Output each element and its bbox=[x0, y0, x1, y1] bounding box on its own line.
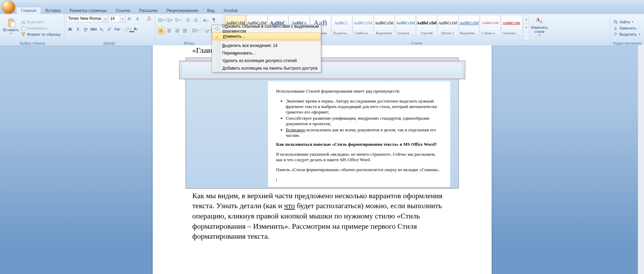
style-item[interactable]: AaBbCcDdВыделенн… bbox=[458, 15, 480, 36]
chevron-down-icon[interactable]: ▾ bbox=[120, 15, 125, 23]
subscript-button[interactable]: x2 bbox=[98, 25, 105, 33]
tab-главная[interactable]: Главная bbox=[16, 7, 41, 14]
tab-ссылки[interactable]: Ссылки bbox=[111, 7, 135, 14]
svg-point-13 bbox=[158, 21, 159, 22]
font-size-combo[interactable]: ▾ bbox=[109, 15, 125, 23]
gallery-scroll[interactable]: ▴ ▾ ⁝ bbox=[523, 15, 529, 41]
context-menu-item[interactable]: Переименовать… bbox=[212, 49, 321, 57]
style-item[interactable]: AaBbCcDdВыделение bbox=[374, 15, 395, 36]
show-marks-button[interactable]: ¶ bbox=[210, 16, 218, 24]
tab-acrobat[interactable]: Acrobat bbox=[219, 7, 242, 14]
style-context-menu[interactable]: Обновить Обычный в соответствии с выделе… bbox=[212, 25, 321, 72]
font-family-input[interactable] bbox=[66, 15, 103, 22]
body-text-2: Как мы видим, в верхней части предложено… bbox=[192, 191, 452, 241]
inner-p2: Панель «Стили форматирования» обычно рас… bbox=[276, 167, 442, 172]
bucket-icon bbox=[203, 28, 208, 33]
office-orb-button[interactable] bbox=[2, 1, 15, 14]
format-painter-button[interactable]: Формат по образцу bbox=[20, 32, 62, 37]
context-menu-item[interactable]: Выделить все вхождения: 14 bbox=[212, 42, 321, 49]
tab-вид[interactable]: Вид bbox=[203, 7, 219, 14]
shading-button[interactable]: ▾ bbox=[202, 27, 210, 34]
group-clipboard: Вставить ▾ Вырезать Копировать Формат по… bbox=[1, 14, 64, 46]
align-left-button[interactable] bbox=[157, 27, 165, 34]
style-item[interactable]: AaBbCc.Подзагол… bbox=[331, 15, 352, 36]
replace-button[interactable]: ab Заменить bbox=[613, 25, 641, 31]
find-button[interactable]: Найти▾ bbox=[613, 19, 641, 25]
strike-button[interactable]: abe bbox=[90, 25, 98, 33]
style-item[interactable]: AaBbCcDdСильное … bbox=[395, 15, 416, 36]
shrink-font-button[interactable]: Aˇ bbox=[134, 15, 142, 23]
context-menu-item[interactable]: Изменить… bbox=[212, 33, 320, 40]
align-center-button[interactable] bbox=[165, 27, 173, 34]
line-spacing-button[interactable]: ▾ bbox=[192, 27, 199, 34]
underline-button[interactable]: Ч▾ bbox=[82, 25, 90, 33]
context-menu-item[interactable]: Удалить из коллекции экспресс-стилей bbox=[212, 57, 321, 64]
tab-рассылки[interactable]: Рассылки bbox=[135, 7, 162, 14]
inner-p1: В использовании указанной «вкладки» не н… bbox=[276, 152, 442, 163]
change-styles-button[interactable]: A A Изменить стили ▾ bbox=[530, 15, 549, 38]
indent-increase-button[interactable] bbox=[192, 16, 199, 24]
vertical-scrollbar[interactable] bbox=[638, 45, 644, 274]
copy-button[interactable]: Копировать bbox=[20, 25, 62, 31]
cut-button[interactable]: Вырезать bbox=[20, 19, 62, 25]
indent-decrease-button[interactable] bbox=[184, 16, 191, 24]
select-button[interactable]: Выделить▾ bbox=[613, 32, 641, 37]
font-family-combo[interactable]: ▾ bbox=[66, 15, 108, 23]
inner-heading: Как пользоваться панелью «Стиль форматир… bbox=[276, 142, 442, 147]
style-item[interactable]: AaBbCcDdСтрогий bbox=[416, 15, 437, 36]
document-viewport[interactable]: «Главная». Использование Стилей форматир… bbox=[0, 45, 644, 274]
replace-icon: ab bbox=[613, 26, 618, 31]
context-menu-item[interactable]: Обновить Обычный в соответствии с выделе… bbox=[212, 25, 321, 33]
gallery-more-button[interactable]: ⁝ bbox=[524, 32, 529, 40]
style-item[interactable]: AaBbCcDdСлабое в… bbox=[352, 15, 374, 36]
svg-rect-9 bbox=[147, 19, 151, 21]
svg-rect-1 bbox=[10, 18, 13, 20]
gallery-down-button[interactable]: ▾ bbox=[524, 24, 529, 32]
align-right-button[interactable] bbox=[173, 27, 181, 34]
inner-lead: Использование Стилей форматирования имее… bbox=[276, 88, 442, 94]
group-label-paragraph: Абзац bbox=[157, 41, 220, 46]
svg-point-12 bbox=[158, 20, 159, 21]
svg-rect-2 bbox=[11, 22, 15, 27]
brush-icon bbox=[21, 32, 26, 37]
indent-icon bbox=[193, 17, 198, 23]
svg-rect-6 bbox=[22, 27, 25, 30]
italic-button[interactable]: К bbox=[74, 25, 82, 33]
superscript-button[interactable]: x2 bbox=[106, 25, 113, 33]
bullets-icon bbox=[158, 17, 163, 23]
ribbon: Вставить ▾ Вырезать Копировать Формат по… bbox=[0, 14, 644, 46]
multilevel-button[interactable]: ▾ bbox=[173, 16, 181, 24]
bullets-button[interactable]: ▾ bbox=[157, 16, 165, 24]
svg-text:1: 1 bbox=[166, 18, 167, 20]
font-size-input[interactable] bbox=[109, 15, 120, 22]
numbering-button[interactable]: 12▾ bbox=[165, 16, 173, 24]
group-font: ▾ ▾ Aˆ Aˇ Ж К Ч▾ abe x2 x2 A bbox=[64, 14, 155, 46]
style-item[interactable]: AaBbCcDdЦитата 2 bbox=[437, 15, 458, 36]
numbering-icon: 12 bbox=[166, 17, 171, 23]
paste-icon bbox=[6, 18, 16, 28]
tab-разметка страницы[interactable]: Разметка страницы bbox=[65, 7, 111, 14]
align-right-icon bbox=[174, 28, 180, 33]
style-item[interactable]: AABBCCDDСильная с… bbox=[501, 15, 522, 36]
change-case-button[interactable]: Aa▾ bbox=[114, 25, 121, 33]
svg-rect-7 bbox=[22, 32, 25, 34]
bold-button[interactable]: Ж bbox=[66, 25, 74, 33]
chevron-down-icon[interactable]: ▾ bbox=[103, 15, 108, 23]
style-item[interactable]: AABBCCDDСлабая сс… bbox=[480, 15, 501, 36]
font-color-button[interactable]: A▾ bbox=[132, 25, 140, 33]
tab-вставка[interactable]: Вставка bbox=[41, 7, 65, 14]
svg-text:A: A bbox=[540, 20, 543, 24]
tab-рецензирование[interactable]: Рецензирование bbox=[162, 7, 203, 14]
justify-button[interactable] bbox=[181, 27, 189, 34]
group-label-editing: Редактирование bbox=[613, 41, 642, 46]
highlighter-icon bbox=[125, 26, 130, 32]
cursor-icon bbox=[613, 32, 618, 37]
clear-formatting-button[interactable] bbox=[146, 15, 153, 23]
context-menu-item[interactable]: Добавить коллекцию на панель быстрого до… bbox=[212, 64, 321, 72]
paste-button[interactable]: Вставить ▾ bbox=[3, 15, 18, 38]
sort-button[interactable]: AZ↓ bbox=[202, 16, 210, 24]
gallery-up-button[interactable]: ▴ bbox=[524, 15, 529, 24]
grow-font-button[interactable]: Aˆ bbox=[126, 15, 134, 23]
highlight-color-button[interactable]: ▾ bbox=[124, 25, 132, 33]
group-label-font: Шрифт bbox=[66, 41, 153, 46]
